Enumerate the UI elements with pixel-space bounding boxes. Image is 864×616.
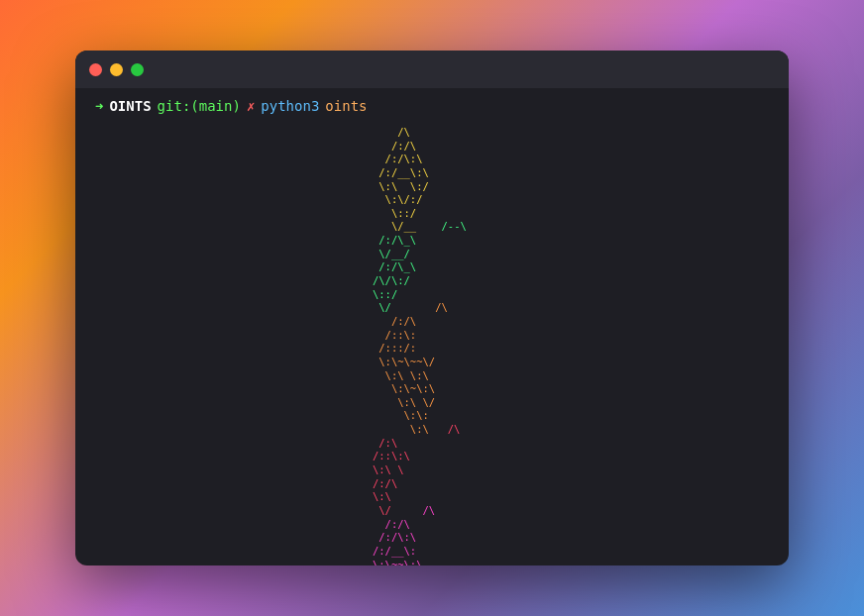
prompt-arrow: ➜ [95, 98, 103, 114]
prompt-command: python3 [261, 98, 319, 114]
ascii-art-container: /\ /:/\ /:/\:\ /:/__\:\ \:\ \:/ \:\/:/ \… [95, 126, 769, 565]
ascii-art: /\ /:/\ /:/\:\ /:/__\:\ \:\ \:/ \:\/:/ \… [373, 126, 491, 565]
prompt-git: git:(main) [158, 98, 241, 114]
titlebar [75, 51, 789, 88]
prompt-line: ➜ OINTS git:(main) ✗ python3 oints [95, 98, 769, 114]
maximize-button[interactable] [131, 63, 144, 76]
prompt-directory: OINTS [109, 98, 151, 114]
close-button[interactable] [89, 63, 102, 76]
minimize-button[interactable] [110, 63, 123, 76]
prompt-args: oints [325, 98, 367, 114]
traffic-lights [89, 63, 144, 76]
prompt-git-x: ✗ [247, 98, 255, 114]
terminal-body: ➜ OINTS git:(main) ✗ python3 oints /\ /:… [75, 88, 789, 565]
terminal-window: ➜ OINTS git:(main) ✗ python3 oints /\ /:… [75, 51, 789, 565]
